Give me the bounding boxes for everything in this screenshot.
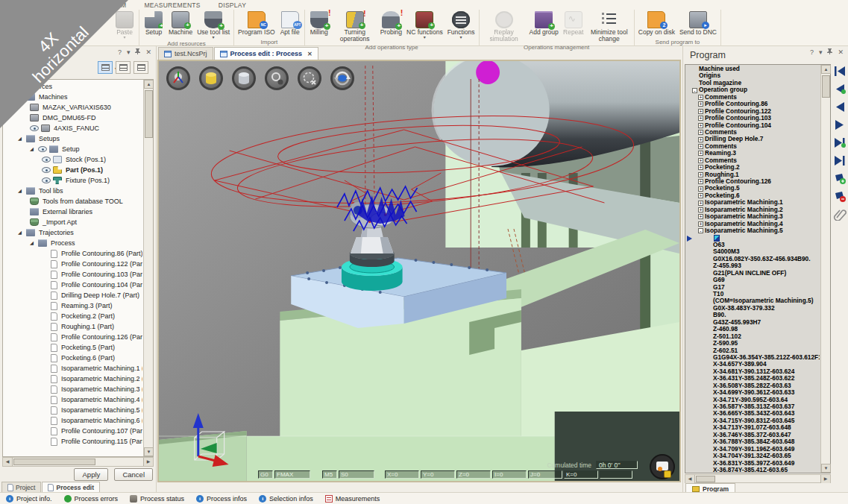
ribbon-button[interactable]: Use tool list ▾ xyxy=(195,10,232,40)
ribbon-button[interactable]: Probing xyxy=(378,10,404,37)
expander-icon[interactable]: - xyxy=(692,88,697,93)
attach-button[interactable] xyxy=(833,209,847,221)
gcode-line[interactable]: G0X-38.483Y-379.332 xyxy=(686,305,820,312)
gcode-line[interactable]: G69 xyxy=(686,277,820,283)
deselect-button[interactable] xyxy=(298,66,321,90)
tree-item[interactable]: Reaming.3 (Part) xyxy=(3,300,142,311)
pin-icon[interactable] xyxy=(827,48,832,56)
scroll-right-icon[interactable]: ▶ xyxy=(820,475,830,483)
scroll-left-icon[interactable]: ◀ xyxy=(685,475,695,483)
ribbon-button[interactable]: Send to DNC xyxy=(677,10,719,37)
remove-stop-button[interactable] xyxy=(833,191,847,203)
tree-item[interactable]: ◢ Trajectories xyxy=(3,227,142,238)
chevron-down-icon[interactable]: ▾ xyxy=(127,48,131,56)
tree-item[interactable]: Tools from database TOOL xyxy=(3,196,142,207)
expander-icon[interactable]: + xyxy=(698,137,703,142)
visibility-eye-icon[interactable] xyxy=(42,177,51,183)
step-forward-button[interactable] xyxy=(833,119,847,131)
ribbon-button[interactable]: Add group xyxy=(527,10,561,37)
expand-arrow-icon[interactable]: ◢ xyxy=(30,146,38,152)
ribbon-button[interactable]: Replay simulation xyxy=(481,10,527,43)
expander-icon[interactable]: + xyxy=(698,201,703,206)
scroll-up-icon[interactable]: ▲ xyxy=(821,65,831,74)
scroll-down-icon[interactable]: ▼ xyxy=(144,447,154,456)
part-visibility-button[interactable] xyxy=(232,66,256,90)
expand-arrow-icon[interactable]: ◢ xyxy=(18,136,26,142)
pin-icon[interactable] xyxy=(135,48,140,56)
visibility-eye-icon[interactable] xyxy=(42,157,51,163)
expander-icon[interactable]: + xyxy=(698,207,703,212)
ribbon-tab-measurements[interactable]: MEASUREMENTS xyxy=(135,1,209,9)
scrollbar-thumb[interactable] xyxy=(696,476,715,482)
gcode-line[interactable]: G21(PLAN INCLINE OFF) xyxy=(686,270,820,277)
view-mode-compact-button[interactable] xyxy=(116,61,131,74)
gcode-line[interactable]: Z-460.98 xyxy=(686,326,820,333)
close-icon[interactable]: ✕ xyxy=(838,48,844,56)
scrollbar-thumb[interactable] xyxy=(13,459,95,465)
chevron-down-icon[interactable]: ▾ xyxy=(819,48,823,56)
status-bar-item[interactable]: Process status xyxy=(130,495,184,503)
close-icon[interactable]: ✕ xyxy=(307,51,312,57)
cancel-button[interactable]: Cancel xyxy=(114,468,153,481)
tab-test-project[interactable]: test.NcsPrj xyxy=(158,47,213,60)
tree-item[interactable]: Profile Contouring.86 (Part) xyxy=(3,248,142,259)
view-mode-list-button[interactable] xyxy=(98,61,113,74)
expander-icon[interactable]: + xyxy=(698,165,703,170)
expander-icon[interactable]: + xyxy=(698,109,703,114)
expander-icon[interactable]: + xyxy=(698,172,703,177)
program-tree-item[interactable]: - Isoparametric Machining.5 xyxy=(686,227,820,234)
help-icon[interactable]: ? xyxy=(118,48,122,56)
tree-item[interactable]: Roughing.1 (Part) xyxy=(3,321,142,332)
expander-icon[interactable]: + xyxy=(698,95,703,100)
machine-head-button[interactable] xyxy=(650,454,675,479)
step-back-operation-button[interactable] xyxy=(833,84,847,95)
tree-item[interactable]: Fixture (Pos.1) xyxy=(3,175,142,186)
tree-item[interactable]: Profile Contouring.115 (Part) xyxy=(3,436,142,447)
scroll-up-icon[interactable]: ▲ xyxy=(144,80,154,89)
expander-icon[interactable]: + xyxy=(698,123,703,128)
tree-item[interactable]: Pocketing.6 (Part) xyxy=(3,353,142,363)
visibility-eye-icon[interactable] xyxy=(30,125,39,131)
zoom-button[interactable] xyxy=(265,66,289,90)
tree-item[interactable]: Profile Contouring.126 (Part) xyxy=(3,332,142,342)
expander-icon[interactable]: + xyxy=(698,151,703,156)
gcode-line[interactable]: Z-501.102 xyxy=(686,333,820,340)
apply-button[interactable]: Apply xyxy=(74,468,108,481)
expander-icon[interactable]: + xyxy=(698,221,703,227)
expander-icon[interactable]: + xyxy=(698,179,703,184)
tree-vertical-scrollbar[interactable]: ▲ ▼ xyxy=(143,80,153,456)
view-orientation-button[interactable] xyxy=(166,66,190,90)
expander-icon[interactable]: + xyxy=(698,193,703,198)
gcode-line[interactable]: O63 xyxy=(686,242,820,248)
step-back-button[interactable] xyxy=(833,101,847,113)
add-stop-button[interactable] xyxy=(833,173,847,185)
gcode-line[interactable]: G17 xyxy=(686,284,820,291)
view-mode-detail-button[interactable] xyxy=(134,61,148,74)
tree-item[interactable]: Part (Pos.1) xyxy=(3,165,142,175)
visibility-eye-icon[interactable] xyxy=(38,146,47,152)
ribbon-button[interactable]: Functions ▾ xyxy=(445,10,477,40)
help-icon[interactable]: ? xyxy=(810,48,814,56)
paste-button[interactable]: Paste ▾ xyxy=(112,10,137,40)
scrollbar-thumb[interactable] xyxy=(145,90,153,138)
tree-item[interactable]: Profile Contouring.103 (Part) xyxy=(3,269,142,280)
status-bar-item[interactable]: Process infos xyxy=(196,495,247,503)
tree-item[interactable]: DMG_DMU65-FD xyxy=(3,113,142,123)
expander-icon[interactable]: - xyxy=(698,228,703,233)
expand-arrow-icon[interactable]: ◢ xyxy=(18,230,26,236)
simulation-refresh-button[interactable] xyxy=(330,66,354,90)
expander-icon[interactable]: + xyxy=(698,144,703,149)
skip-end-button[interactable] xyxy=(833,155,847,167)
ribbon-button[interactable]: Milling xyxy=(307,10,332,37)
expander-icon[interactable]: + xyxy=(698,158,703,163)
tree-item[interactable]: ◢ Setup xyxy=(3,144,142,154)
tree-item[interactable]: Drilling Deep Hole.7 (Part) xyxy=(3,290,142,300)
scroll-down-icon[interactable]: ▼ xyxy=(821,464,831,473)
tree-item[interactable]: Isoparametric Machining.3 (Part) xyxy=(3,384,142,394)
expander-icon[interactable]: + xyxy=(698,116,703,121)
status-bar-item[interactable]: Process errors xyxy=(64,495,119,503)
status-bar-item[interactable]: Measurements xyxy=(325,495,380,503)
ribbon-tab-display[interactable]: DISPLAY xyxy=(210,1,255,9)
expand-arrow-icon[interactable]: ◢ xyxy=(18,188,26,194)
tree-item[interactable]: Isoparametric Machining.6 (Part) xyxy=(3,415,142,426)
